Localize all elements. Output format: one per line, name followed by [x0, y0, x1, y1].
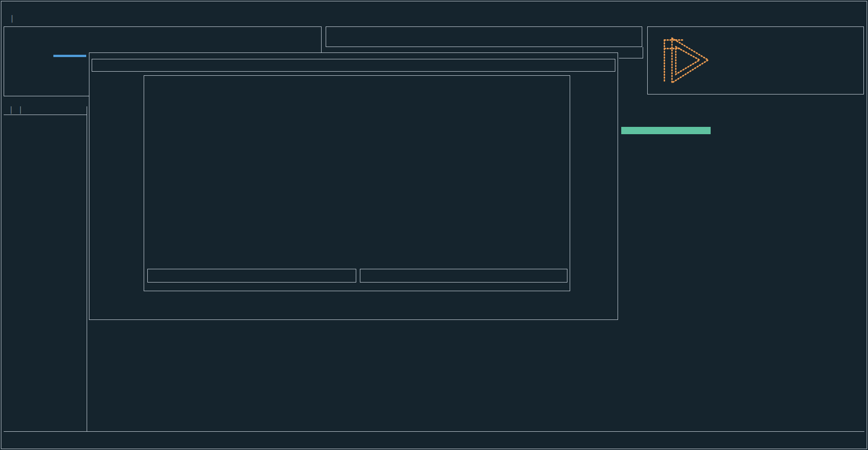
movie-description: [144, 82, 570, 129]
movie-search-input[interactable]: [92, 59, 615, 72]
add-movie-modal: [144, 75, 570, 291]
add-button[interactable]: [147, 269, 356, 283]
cancel-button[interactable]: [360, 269, 567, 283]
